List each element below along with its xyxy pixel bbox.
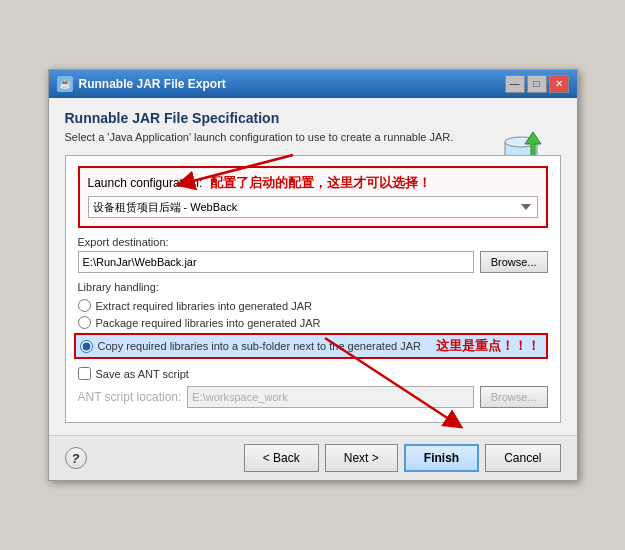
library-option-1: Extract required libraries into generate… [78,299,548,312]
launch-config-annotation: 配置了启动的配置，这里才可以选择！ [210,174,431,192]
ant-script-section: Save as ANT script [78,367,548,380]
ant-location-browse-button[interactable]: Browse... [480,386,548,408]
back-button[interactable]: < Back [244,444,319,472]
footer: ? < Back Next > Finish Cancel [49,435,577,480]
library-handling-label: Library handling: [78,281,548,293]
window-content: Runnable JAR File Specification Select a… [49,98,577,435]
library-option-1-label: Extract required libraries into generate… [96,300,312,312]
export-dest-input[interactable] [78,251,474,273]
launch-config-label-row: Launch configuration: 配置了启动的配置，这里才可以选择！ [88,174,538,192]
export-dest-section: Export destination: Browse... [78,236,548,273]
launch-config-select[interactable]: 设备租赁项目后端 - WebBack [88,196,538,218]
window-icon: ☕ [57,76,73,92]
title-bar: ☕ Runnable JAR File Export — □ ✕ [49,70,577,98]
minimize-button[interactable]: — [505,75,525,93]
main-window: ☕ Runnable JAR File Export — □ ✕ R [48,69,578,481]
title-bar-buttons: — □ ✕ [505,75,569,93]
export-dest-row: Browse... [78,251,548,273]
ant-location-input[interactable] [187,386,473,408]
finish-button[interactable]: Finish [404,444,479,472]
library-option-2: Package required libraries into generate… [78,316,548,329]
cancel-button[interactable]: Cancel [485,444,560,472]
maximize-button[interactable]: □ [527,75,547,93]
library-handling-options: Extract required libraries into generate… [78,299,548,359]
launch-config-label: Launch configuration: [88,176,203,190]
ant-script-label: Save as ANT script [96,368,189,380]
title-bar-left: ☕ Runnable JAR File Export [57,76,226,92]
library-option-3: Copy required libraries into a sub-folde… [74,333,548,359]
library-radio-1[interactable] [78,299,91,312]
library-option-2-label: Package required libraries into generate… [96,317,321,329]
library-radio-2[interactable] [78,316,91,329]
library-option-3-label: Copy required libraries into a sub-folde… [98,340,421,352]
section-desc: Select a 'Java Application' launch confi… [65,130,561,145]
close-button[interactable]: ✕ [549,75,569,93]
footer-buttons: < Back Next > Finish Cancel [244,444,561,472]
export-dest-label: Export destination: [78,236,548,248]
main-panel: Launch configuration: 配置了启动的配置，这里才可以选择！ … [65,155,561,423]
ant-script-checkbox[interactable] [78,367,91,380]
help-button[interactable]: ? [65,447,87,469]
ant-location-row: ANT script location: Browse... [78,386,548,408]
ant-location-label: ANT script location: [78,390,182,404]
next-button[interactable]: Next > [325,444,398,472]
export-dest-browse-button[interactable]: Browse... [480,251,548,273]
launch-config-section: Launch configuration: 配置了启动的配置，这里才可以选择！ … [78,166,548,228]
library-handling-section: Library handling: Extract required libra… [78,281,548,359]
section-title: Runnable JAR File Specification [65,110,561,126]
library-annotation: 这里是重点！！！ [436,337,540,355]
library-radio-3[interactable] [80,340,93,353]
window-title: Runnable JAR File Export [79,77,226,91]
